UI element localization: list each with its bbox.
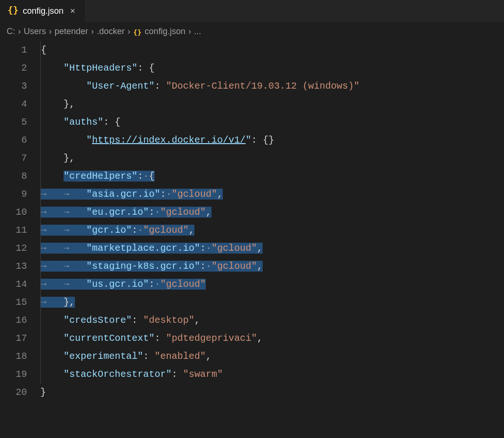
chevron-right-icon: › [91, 27, 94, 36]
breadcrumb-item[interactable]: .docker [97, 27, 125, 36]
breadcrumb-item[interactable]: petender [55, 27, 88, 36]
tab-bar: {} config.json × [0, 0, 504, 22]
line-number: 19 [0, 365, 40, 383]
line-number: 8 [0, 167, 40, 185]
line-number: 20 [0, 383, 40, 402]
line-number: 14 [0, 275, 40, 293]
line-number: 5 [0, 113, 40, 131]
line-number: 6 [0, 131, 40, 149]
svg-text:{}: {} [133, 28, 142, 36]
line-number: 1 [0, 41, 40, 59]
chevron-right-icon: › [188, 27, 191, 36]
line-number: 9 [0, 185, 40, 203]
code-editor[interactable]: 1{ 2 "HttpHeaders": { 3 "User-Agent": "D… [0, 39, 504, 402]
line-number: 16 [0, 311, 40, 329]
breadcrumb[interactable]: C: › Users › petender › .docker › {} con… [0, 22, 504, 39]
breadcrumb-file[interactable]: config.json [145, 27, 185, 36]
line-number: 13 [0, 257, 40, 275]
tab-filename: config.json [23, 6, 64, 16]
json-file-icon: {} [8, 5, 18, 18]
chevron-right-icon: › [18, 27, 21, 36]
line-number: 4 [0, 95, 40, 113]
breadcrumb-ellipsis[interactable]: ... [194, 27, 201, 36]
breadcrumb-item[interactable]: Users [24, 27, 46, 36]
close-icon[interactable]: × [68, 6, 77, 16]
line-number: 15 [0, 293, 40, 311]
chevron-right-icon: › [49, 27, 52, 36]
line-number: 11 [0, 221, 40, 239]
svg-text:{}: {} [8, 5, 18, 15]
line-number: 7 [0, 149, 40, 167]
tab-config-json[interactable]: {} config.json × [0, 0, 85, 22]
json-file-icon: {} [133, 27, 142, 36]
line-number: 2 [0, 59, 40, 77]
chevron-right-icon: › [128, 27, 130, 36]
breadcrumb-item[interactable]: C: [7, 27, 15, 36]
line-number: 10 [0, 203, 40, 221]
line-number: 3 [0, 77, 40, 95]
line-number: 18 [0, 347, 40, 365]
line-number: 12 [0, 239, 40, 257]
line-number: 17 [0, 329, 40, 347]
